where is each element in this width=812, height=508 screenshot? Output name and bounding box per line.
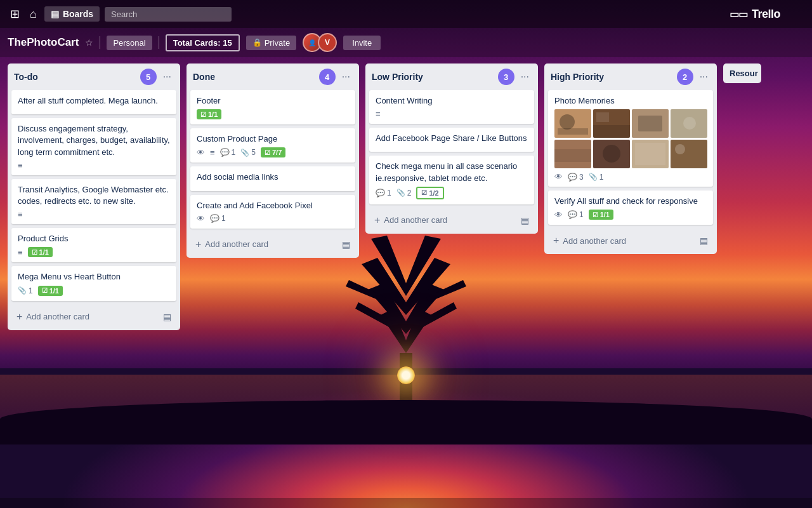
card[interactable]: Add Facebook Page Share / Like Buttons [369,128,534,152]
card[interactable]: Mega Menu vs Heart Button📎 1☑ 1/1 [11,266,176,300]
avatar-initials[interactable]: V [318,33,337,52]
eye-icon: 👁 [197,148,205,157]
attach-count: 📎 5 [240,148,256,157]
plus-icon: + [374,215,380,226]
card[interactable]: Verify All stuff and check for responsiv… [548,190,713,225]
photo-thumbnail [671,140,707,168]
card[interactable]: Product Grids≡☑ 1/1 [11,228,176,262]
column-done: Done 4 ··· Footer☑ 1/1Custom Product Pag… [187,64,359,258]
card[interactable]: Transit Analytics, Google Webmaster etc.… [11,179,176,224]
card-title: Content Writing [376,95,528,107]
column-menu-icon[interactable]: ··· [518,70,532,84]
card[interactable]: Footer☑ 1/1 [190,90,355,124]
card-title: Check mega menu in all case scenario ie.… [376,161,528,184]
column-body: Footer☑ 1/1Custom Product Page👁≡💬 1📎 5☑ … [187,90,359,232]
comment-count: 💬 1 [568,210,584,219]
card-meta: 👁💬 3📎 1 [554,172,707,182]
search-input[interactable] [105,7,232,22]
photo-thumbnail [554,109,591,138]
svg-point-14 [683,117,696,130]
column-count: 3 [498,69,514,85]
card[interactable]: Photo Memories [548,90,713,187]
column-header: High Priority 2 ··· [544,64,717,90]
grid-icon[interactable]: ⊞ [8,4,22,23]
boards-button[interactable]: ▤ Boards [44,6,100,22]
checklist-badge: ☑ 1/1 [38,286,63,296]
board-header: ThePhotoCart ☆ Personal Total Cards: 15 … [0,28,812,57]
card-title: Transit Analytics, Google Webmaster etc.… [18,184,170,207]
column-menu-icon[interactable]: ··· [160,70,174,84]
card-title: Add social media links [197,171,349,183]
boards-icon: ▤ [51,9,59,19]
card[interactable]: Custom Product Page👁≡💬 1📎 5☑ 7/7 [190,128,355,163]
privacy-button[interactable]: 🔒 Private [246,36,296,50]
column-menu-icon[interactable]: ··· [697,70,710,84]
svg-rect-23 [635,143,665,165]
bottom-scrollbar[interactable] [0,498,812,508]
card-meta: ≡ [18,210,170,219]
desc-icon: ≡ [18,210,23,219]
card-title: Mega Menu vs Heart Button [18,271,170,283]
add-card-label: Add another card [205,239,268,249]
template-icon[interactable]: ▤ [521,215,529,225]
board-title: ThePhotoCart [8,36,79,49]
privacy-label: Private [265,38,290,48]
partial-column-title: Resour [730,69,758,78]
checklist-badge-outline: ☑ 1/2 [416,187,443,199]
trello-name: Trello [752,8,780,21]
card[interactable]: Create and Add Facebook Pixel👁💬 1 [190,195,355,229]
board-area: To-do 5 ··· After all stuff completed. M… [0,57,812,505]
desc-icon: ≡ [376,109,381,119]
avatar-letter: V [325,38,330,47]
template-icon[interactable]: ▤ [342,239,350,250]
header-divider [100,36,100,49]
eye-icon: 👁 [554,172,563,182]
add-card-button[interactable]: + Add another card▤ [369,211,534,230]
svg-rect-8 [593,125,630,138]
comment-count: 💬 3 [568,173,584,182]
column-header: To-do 5 ··· [8,64,180,90]
card-title: Add Facebook Page Share / Like Buttons [376,133,528,144]
add-card-button[interactable]: + Add another card▤ [190,235,355,254]
photo-thumbnail [632,140,669,168]
navbar: ⊞ ⌂ ▤ Boards ▭▭ Trello [0,0,812,28]
card-meta: 📎 1☑ 1/1 [18,286,170,296]
add-card-label: Add another card [384,215,447,225]
template-icon[interactable]: ▤ [700,236,708,246]
checklist-badge: ☑ 1/1 [589,210,613,220]
column-body: Content Writing≡Add Facebook Page Share … [365,90,538,208]
plus-icon: + [195,239,201,250]
template-icon[interactable]: ▤ [163,312,171,322]
card-meta: ☑ 1/1 [197,109,349,119]
comment-count: 💬 1 [220,148,236,157]
boards-label: Boards [63,9,93,19]
card-title: Photo Memories [554,95,707,107]
total-cards-button[interactable]: Total Cards: 15 [166,34,240,51]
plus-icon: + [553,235,559,246]
card[interactable]: Content Writing≡ [369,90,534,124]
card[interactable]: Discuss engagement strategy, involvement… [11,118,176,175]
card-title: Footer [197,95,349,107]
svg-point-3 [560,114,575,130]
card[interactable]: Add social media links [190,166,355,190]
home-icon[interactable]: ⌂ [27,5,39,23]
add-card-label: Add another card [26,312,89,321]
card[interactable]: Check mega menu in all case scenario ie.… [369,156,534,204]
photo-thumbnail [632,109,669,138]
invite-button[interactable]: Invite [343,36,381,50]
svg-rect-4 [558,128,588,135]
column-title: Done [193,72,315,82]
column-todo: To-do 5 ··· After all stuff completed. M… [8,64,180,330]
add-card-button[interactable]: + Add another card▤ [548,231,713,250]
add-card-button[interactable]: + Add another card▤ [11,307,176,326]
card[interactable]: After all stuff completed. Mega launch. [11,90,176,114]
photo-thumbnail [671,109,707,138]
comment-count: 💬 1 [376,189,391,197]
column-menu-icon[interactable]: ··· [339,70,353,84]
workspace-button[interactable]: Personal [107,36,152,50]
star-icon[interactable]: ☆ [85,37,93,48]
svg-point-20 [603,145,620,163]
photo-thumbnail [554,140,591,168]
photo-thumbnail [593,140,630,168]
svg-rect-7 [596,112,609,122]
